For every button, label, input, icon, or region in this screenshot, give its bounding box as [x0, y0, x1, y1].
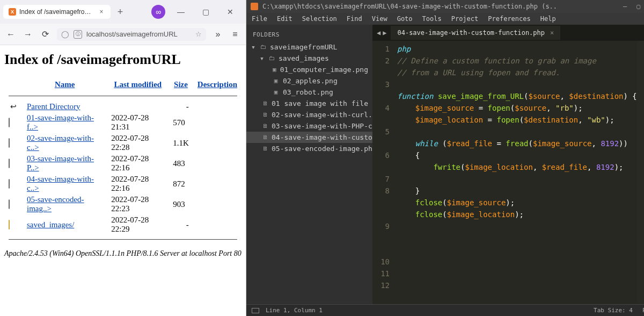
tree-file[interactable]: 🗎03-save-image-with-PHP-co	[246, 120, 372, 132]
extension-icon[interactable]: ∞	[151, 5, 165, 19]
file-icon	[9, 199, 10, 209]
col-desc[interactable]: Description	[197, 80, 237, 89]
menu-item[interactable]: View	[372, 15, 387, 23]
browser-tab[interactable]: X Index of /saveimagefromURL ×	[3, 5, 111, 19]
table-row: 02-save-image-with-c..> 2022-07-28 22:28…	[4, 133, 241, 153]
tab-close-icon[interactable]: ×	[550, 29, 554, 37]
menu-item[interactable]: Goto	[397, 15, 413, 23]
tab-close-icon[interactable]: ×	[98, 8, 105, 16]
menu-item[interactable]: File	[252, 15, 267, 23]
gutter: 12 3 4 5 6 78 9 101112	[372, 41, 394, 304]
tree-file-active[interactable]: 🗎04-save-image-with-custom	[246, 132, 372, 143]
menu-item[interactable]: Tools	[422, 15, 442, 23]
sublime-icon	[251, 3, 258, 10]
file-icon	[9, 159, 10, 168]
parent-dir-link[interactable]: Parent Directory	[27, 102, 80, 111]
prev-tab-icon[interactable]: ◀	[377, 29, 380, 37]
maximize-button[interactable]: ▢	[193, 4, 218, 20]
file-size: -	[169, 214, 193, 235]
next-tab-icon[interactable]: ▶	[383, 29, 386, 37]
sidebar: FOLDERS ▼🗀saveimagefromURL ▼🗀saved_image…	[246, 25, 372, 304]
shield-icon: ◯	[61, 30, 69, 38]
file-icon	[9, 179, 10, 189]
minimize-button[interactable]: —	[169, 4, 193, 20]
window-controls: — ▢ ✕	[169, 4, 243, 20]
menu-item[interactable]: Help	[540, 15, 556, 23]
file-icon	[9, 118, 10, 127]
tree-file[interactable]: 🗎02-save-image-with-curl.php	[246, 109, 372, 120]
file-modified: 2022-07-28 22:29	[107, 214, 169, 235]
page-content: Index of /saveimagefromURL Name Last mod…	[0, 45, 246, 316]
url-text: localhost/saveimagefromURL	[86, 30, 191, 38]
col-size[interactable]: Size	[174, 80, 188, 89]
menu-item[interactable]: Selection	[302, 15, 337, 23]
file-modified: 2022-07-28 21:31	[107, 112, 169, 133]
forward-button[interactable]: →	[23, 30, 33, 39]
file-size: 872	[169, 174, 193, 194]
tree-file[interactable]: ▣01_computer_image.png	[246, 64, 372, 75]
col-modified[interactable]: Last modified	[114, 80, 162, 89]
file-size: 1.1K	[169, 133, 193, 153]
back-button[interactable]: ←	[5, 30, 16, 39]
menu-item[interactable]: Find	[347, 15, 362, 23]
browser-window: X Index of /saveimagefromURL × + ∞ — ▢ ✕…	[0, 0, 246, 316]
overflow-button[interactable]: »	[213, 30, 223, 39]
code[interactable]: php // Define a custom function to grab …	[394, 41, 637, 304]
file-link[interactable]: 02-save-image-with-c..>	[27, 134, 94, 152]
address-bar[interactable]: ◯ ⓘ localhost/saveimagefromURL ☆	[57, 28, 206, 41]
file-icon	[9, 138, 10, 148]
file-size: 570	[169, 112, 193, 133]
menu-button[interactable]: ≡	[230, 30, 240, 39]
tree-file[interactable]: ▣03_robot.png	[246, 87, 372, 98]
folder-tree: ▼🗀saveimagefromURL ▼🗀saved_images ▣01_co…	[246, 41, 372, 154]
site-info-icon[interactable]: ⓘ	[74, 30, 82, 39]
file-link[interactable]: 04-save-image-with-c..>	[27, 175, 94, 192]
editor-tab[interactable]: 04-save-image-with-custom-function.php ×	[391, 26, 560, 40]
file-link[interactable]: 01-save-image-with-f..>	[27, 113, 94, 131]
editor-title: C:\xampp\htdocs\saveimagefromURL\04-save…	[262, 3, 623, 10]
tree-file[interactable]: 🗎05-save-encoded-image.php	[246, 143, 372, 154]
table-row: 03-save-image-with-P..> 2022-07-28 22:16…	[4, 153, 241, 174]
status-tab-size[interactable]: Tab Size: 4	[594, 307, 633, 314]
menu-item[interactable]: Project	[451, 15, 479, 23]
sidebar-header: FOLDERS	[246, 28, 372, 41]
tree-folder-root[interactable]: ▼🗀saveimagefromURL	[246, 41, 372, 53]
file-link[interactable]: 03-save-image-with-P..>	[27, 154, 94, 172]
tree-file[interactable]: 🗎01 save image with file put	[246, 98, 372, 109]
tab-title: Index of /saveimagefromURL	[19, 8, 94, 16]
menu-item[interactable]: Edit	[277, 15, 292, 23]
file-modified: 2022-07-28 22:28	[107, 133, 169, 153]
image-icon: ▣	[272, 77, 280, 84]
minimap[interactable]	[637, 41, 644, 304]
bookmark-icon[interactable]: ☆	[195, 30, 202, 38]
file-size: 483	[169, 153, 193, 174]
folder-link[interactable]: saved_images/	[27, 220, 74, 229]
server-signature: Apache/2.4.53 (Win64) OpenSSL/1.1.1n PHP…	[4, 249, 241, 258]
file-link[interactable]: 05-save-encoded-imag..>	[27, 195, 84, 213]
minimize-button[interactable]: —	[623, 3, 627, 10]
file-icon: 🗎	[262, 145, 268, 152]
statusbar: Line 1, Column 1 Tab Size: 4 PHP	[246, 304, 644, 316]
file-modified: 2022-07-28 22:23	[107, 194, 169, 214]
maximize-button[interactable]: ▢	[636, 3, 640, 10]
menu-item[interactable]: Preferences	[488, 15, 530, 23]
editor-body: FOLDERS ▼🗀saveimagefromURL ▼🗀saved_image…	[246, 25, 644, 304]
panel-icon[interactable]	[252, 308, 259, 313]
table-row: ↩ Parent Directory -	[4, 100, 241, 112]
new-tab-button[interactable]: +	[114, 6, 127, 18]
directory-listing: Name Last modified Size Description ↩ Pa…	[4, 77, 241, 244]
file-icon: 🗎	[262, 111, 268, 118]
close-button[interactable]: ✕	[218, 4, 243, 20]
tree-file[interactable]: ▣02_apples.png	[246, 75, 372, 87]
xampp-icon: X	[9, 8, 16, 16]
back-icon: ↩	[9, 102, 18, 111]
tree-folder[interactable]: ▼🗀saved_images	[246, 53, 372, 64]
table-row: 05-save-encoded-imag..> 2022-07-28 22:23…	[4, 194, 241, 214]
file-icon: 🗎	[262, 134, 268, 141]
file-icon: 🗎	[262, 123, 268, 130]
col-name[interactable]: Name	[55, 80, 75, 89]
reload-button[interactable]: ⟳	[40, 29, 50, 39]
file-modified: 2022-07-28 22:16	[107, 174, 169, 194]
code-area[interactable]: 12 3 4 5 6 78 9 101112 php // Define a c…	[372, 41, 644, 304]
file-modified: 2022-07-28 22:16	[107, 153, 169, 174]
